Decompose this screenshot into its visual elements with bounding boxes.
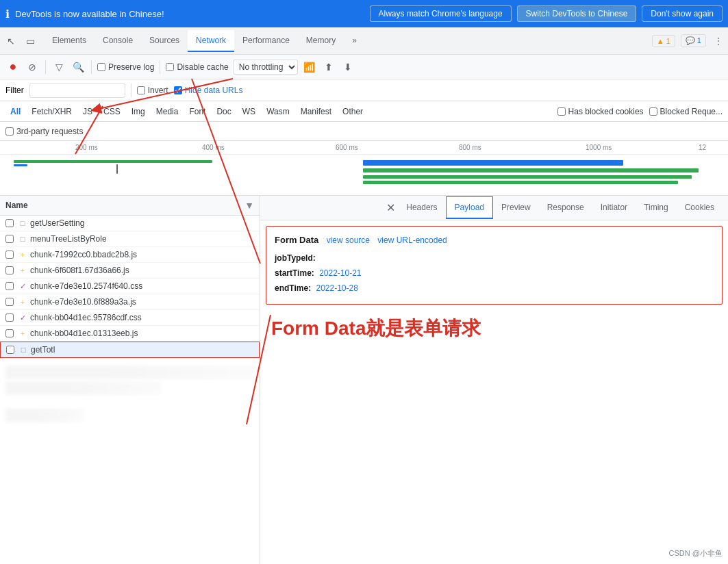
detail-close-btn[interactable]: ✕ [384, 198, 398, 217]
tab-payload[interactable]: Payload [446, 196, 493, 219]
blurred-row [5, 366, 254, 379]
hide-data-urls-checkbox[interactable] [174, 86, 182, 94]
tab-network[interactable]: Network [188, 30, 234, 52]
view-url-encoded-link[interactable]: view URL-encoded [377, 235, 447, 245]
main-content-area: Name ▼ □ getUserSetting □ menuTreeListBy… [0, 196, 728, 564]
timeline-ruler: 200 ms 400 ms 600 ms 800 ms 1000 ms 12 [0, 141, 728, 155]
tab-response[interactable]: Response [539, 197, 592, 219]
record-btn[interactable]: ● [5, 60, 21, 75]
notification-bar: ℹ DevTools is now available in Chinese! … [0, 0, 728, 27]
type-ws[interactable]: WS [238, 105, 260, 118]
info-badge[interactable]: 💬 1 [681, 34, 706, 47]
type-fetch-xhr[interactable]: Fetch/XHR [27, 105, 77, 118]
row-checkbox[interactable] [6, 346, 14, 354]
always-match-btn[interactable]: Always match Chrome's language [370, 5, 512, 22]
type-css[interactable]: CSS [99, 105, 125, 118]
disable-cache-label[interactable]: Disable cache [166, 62, 228, 72]
table-row[interactable]: + chunk-6f608f1.67d36a66.js [0, 263, 260, 279]
table-row[interactable]: + chunk-e7de3e10.6f889a3a.js [0, 294, 260, 310]
blocked-requests-checkbox[interactable] [649, 107, 657, 116]
tab-sources[interactable]: Sources [141, 30, 188, 52]
device-icon[interactable]: ▭ [22, 33, 38, 49]
export-btn[interactable]: ⬇ [340, 60, 355, 75]
tab-initiator[interactable]: Initiator [592, 197, 636, 219]
table-row-selected[interactable]: □ getTotl [0, 342, 260, 358]
third-party-checkbox[interactable] [5, 127, 14, 136]
row-checkbox[interactable] [5, 235, 14, 243]
table-row[interactable]: □ getUserSetting [0, 216, 260, 231]
type-other[interactable]: Other [338, 105, 368, 118]
row-checkbox[interactable] [5, 219, 14, 227]
timeline-label-400: 400 ms [202, 144, 225, 151]
tab-timing[interactable]: Timing [636, 197, 677, 219]
row-name: getUserSetting [30, 218, 84, 228]
type-doc[interactable]: Doc [212, 105, 236, 118]
table-row[interactable]: ✓ chunk-bb04d1ec.95786cdf.css [0, 310, 260, 326]
tab-preview[interactable]: Preview [493, 197, 539, 219]
dont-show-again-btn[interactable]: Don't show again [642, 5, 723, 22]
cursor-icon[interactable]: ↖ [3, 33, 19, 49]
type-bar-right: Has blocked cookies Blocked Reque... [557, 107, 723, 116]
row-checkbox[interactable] [5, 282, 14, 290]
row-checkbox[interactable] [5, 298, 14, 306]
row-checkbox[interactable] [5, 266, 14, 274]
type-all[interactable]: All [5, 105, 25, 118]
invert-label[interactable]: Invert [137, 86, 168, 95]
payload-value: 2022-10-28 [316, 283, 357, 293]
hide-data-urls-label[interactable]: Hide data URLs [174, 86, 243, 95]
row-name: chunk-bb04d1ec.01313eeb.js [30, 329, 138, 338]
tab-headers[interactable]: Headers [398, 197, 445, 219]
tab-performance[interactable]: Performance [234, 30, 298, 52]
disable-cache-checkbox[interactable] [166, 63, 174, 71]
payload-value: 2022-10-21 [319, 268, 361, 278]
tab-cookies[interactable]: Cookies [677, 197, 723, 219]
blurred-row [5, 409, 84, 422]
view-source-link[interactable]: view source [327, 235, 370, 245]
has-blocked-cookies-label[interactable]: Has blocked cookies [557, 107, 644, 116]
tab-more[interactable]: » [344, 30, 365, 52]
row-checkbox[interactable] [5, 329, 14, 337]
watermark: CSDN @小非鱼 [669, 548, 723, 559]
devtools-more-btn[interactable]: ⋮ [712, 34, 725, 49]
tab-memory[interactable]: Memory [298, 30, 344, 52]
detail-panel: ✕ Headers Payload Preview Response Initi… [260, 196, 728, 564]
type-media[interactable]: Media [151, 105, 184, 118]
row-checkbox[interactable] [5, 313, 14, 322]
import-btn[interactable]: ⬆ [321, 60, 336, 75]
filter-btn[interactable]: ▽ [51, 60, 66, 75]
table-row[interactable]: + chunk-71992cc0.bbadc2b8.js [0, 247, 260, 263]
invert-checkbox[interactable] [137, 86, 145, 94]
toolbar-sep-3 [160, 60, 160, 74]
switch-devtools-btn[interactable]: Switch DevTools to Chinese [517, 5, 637, 22]
preserve-log-label[interactable]: Preserve log [97, 62, 154, 72]
file-icon: □ [18, 346, 28, 354]
throttle-select[interactable]: No throttling [233, 60, 298, 75]
tab-elements[interactable]: Elements [44, 30, 95, 52]
table-row[interactable]: + chunk-bb04d1ec.01313eeb.js [0, 326, 260, 342]
stop-btn[interactable]: ⊘ [25, 60, 40, 75]
type-js[interactable]: JS [78, 105, 97, 118]
devtools-container: ℹ DevTools is now available in Chinese! … [0, 0, 728, 564]
file-icon-js: + [18, 266, 27, 274]
payload-key: startTime: [275, 268, 314, 278]
table-row[interactable]: □ menuTreeListByRole [0, 231, 260, 247]
devtools-tabs-bar: ↖ ▭ Elements Console Sources Network Per… [0, 27, 728, 55]
network-conditions-btn[interactable]: 📶 [302, 60, 317, 75]
type-img[interactable]: Img [127, 105, 150, 118]
row-checkbox[interactable] [5, 251, 14, 259]
tab-console[interactable]: Console [95, 30, 141, 52]
type-manifest[interactable]: Manifest [296, 105, 336, 118]
table-row[interactable]: ✓ chunk-e7de3e10.2574f640.css [0, 279, 260, 294]
filter-input[interactable] [29, 83, 125, 98]
search-btn[interactable]: 🔍 [71, 60, 86, 75]
preserve-log-checkbox[interactable] [97, 63, 105, 71]
blocked-requests-label[interactable]: Blocked Reque... [649, 107, 723, 116]
type-wasm[interactable]: Wasm [262, 105, 294, 118]
tab-icons: ↖ ▭ [3, 33, 38, 49]
has-blocked-cookies-checkbox[interactable] [557, 107, 566, 116]
timeline-area: 200 ms 400 ms 600 ms 800 ms 1000 ms 12 [0, 141, 728, 196]
notification-text: DevTools is now available in Chinese! [15, 9, 364, 19]
type-font[interactable]: Font [184, 105, 210, 118]
third-party-label[interactable]: 3rd-party requests [5, 127, 83, 136]
warning-badge[interactable]: ▲ 1 [652, 35, 675, 47]
